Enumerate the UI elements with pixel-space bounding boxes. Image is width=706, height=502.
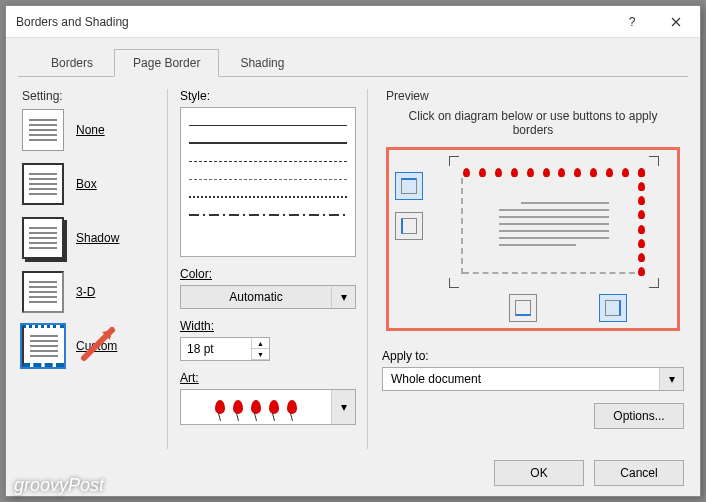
- tabs: Borders Page Border Shading: [18, 38, 688, 77]
- setting-label-3d: 3-D: [76, 285, 95, 299]
- setting-option-shadow[interactable]: Shadow: [22, 217, 157, 259]
- border-left-button[interactable]: [395, 212, 423, 240]
- setting-option-none[interactable]: None: [22, 109, 157, 151]
- paragraph-lines-icon: [499, 202, 609, 251]
- art-label: Art:: [180, 371, 357, 385]
- balloon-icon: [269, 400, 279, 414]
- border-right-button[interactable]: [599, 294, 627, 322]
- titlebar: Borders and Shading ?: [6, 6, 700, 38]
- setting-list: None Box Shadow 3-D Custom: [22, 109, 157, 367]
- dash-border-bottom-icon: [463, 272, 635, 274]
- color-combo[interactable]: Automatic ▾: [180, 285, 356, 309]
- spin-up-icon[interactable]: ▲: [252, 338, 269, 349]
- style-label: Style:: [180, 89, 357, 103]
- options-button[interactable]: Options...: [594, 403, 684, 429]
- dialog-footer: OK Cancel: [6, 449, 700, 496]
- width-label: Width:: [180, 319, 357, 333]
- cancel-button[interactable]: Cancel: [594, 460, 684, 486]
- preview-label: Preview: [382, 89, 433, 103]
- setting-column: Setting: None Box Shadow 3-D: [22, 89, 157, 449]
- spin-down-icon[interactable]: ▼: [252, 349, 269, 360]
- apply-to-value: Whole document: [383, 368, 659, 390]
- chevron-down-icon: ▾: [331, 390, 355, 424]
- spin-buttons: ▲ ▼: [251, 338, 269, 360]
- thumb-box-icon: [22, 163, 64, 205]
- setting-label-none: None: [76, 123, 105, 137]
- setting-option-3d[interactable]: 3-D: [22, 271, 157, 313]
- ok-button[interactable]: OK: [494, 460, 584, 486]
- setting-label-custom: Custom: [76, 339, 117, 353]
- thumb-custom-icon: [22, 325, 64, 367]
- dash-border-left-icon: [461, 178, 463, 274]
- content-area: Setting: None Box Shadow 3-D: [6, 77, 700, 449]
- width-spin[interactable]: 18 pt ▲ ▼: [180, 337, 270, 361]
- apply-to-combo[interactable]: Whole document ▾: [382, 367, 684, 391]
- page-preview: [449, 156, 659, 288]
- art-border-right-icon: [638, 168, 645, 276]
- color-value: Automatic: [181, 286, 331, 308]
- balloon-icon: [215, 400, 225, 414]
- style-list[interactable]: [180, 107, 356, 257]
- setting-label-box: Box: [76, 177, 97, 191]
- preview-hint: Click on diagram below or use buttons to…: [402, 109, 664, 137]
- setting-label: Setting:: [22, 89, 157, 103]
- apply-to-label: Apply to:: [382, 349, 684, 363]
- style-column: Style: Color: Automatic ▾ Width: 18 pt ▲…: [167, 89, 357, 449]
- close-button[interactable]: [654, 7, 698, 37]
- art-border-top-icon: [463, 168, 645, 177]
- borders-and-shading-dialog: Borders and Shading ? Borders Page Borde…: [5, 5, 701, 497]
- dialog-title: Borders and Shading: [16, 15, 610, 29]
- chevron-down-icon: ▾: [331, 286, 355, 308]
- tab-page-border[interactable]: Page Border: [114, 49, 219, 77]
- color-label: Color:: [180, 267, 357, 281]
- chevron-down-icon: ▾: [659, 368, 683, 390]
- help-button[interactable]: ?: [610, 7, 654, 37]
- preview-group: Preview Click on diagram below or use bu…: [382, 89, 684, 339]
- preview-diagram[interactable]: [386, 147, 680, 331]
- options-row: Options...: [382, 403, 684, 429]
- thumb-3d-icon: [22, 271, 64, 313]
- border-bottom-button[interactable]: [509, 294, 537, 322]
- thumb-shadow-icon: [22, 217, 64, 259]
- border-top-button[interactable]: [395, 172, 423, 200]
- close-icon: [671, 17, 681, 27]
- balloon-icon: [287, 400, 297, 414]
- thumb-none-icon: [22, 109, 64, 151]
- art-combo[interactable]: ▾: [180, 389, 356, 425]
- tab-borders[interactable]: Borders: [32, 49, 112, 77]
- art-preview: [181, 390, 331, 424]
- balloon-icon: [233, 400, 243, 414]
- setting-option-box[interactable]: Box: [22, 163, 157, 205]
- preview-column: Preview Click on diagram below or use bu…: [367, 89, 684, 449]
- setting-label-shadow: Shadow: [76, 231, 119, 245]
- setting-option-custom[interactable]: Custom: [22, 325, 157, 367]
- width-value: 18 pt: [181, 338, 251, 360]
- balloon-icon: [251, 400, 261, 414]
- tab-shading[interactable]: Shading: [221, 49, 303, 77]
